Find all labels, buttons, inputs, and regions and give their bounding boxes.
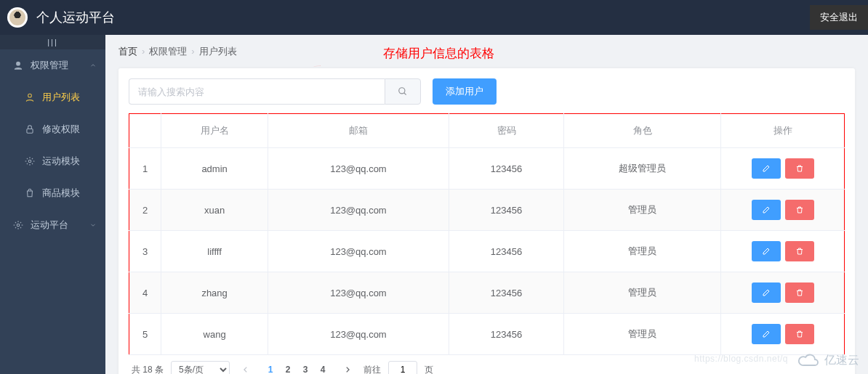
breadcrumb-item: 用户列表 [199, 46, 237, 57]
search-input[interactable] [129, 78, 385, 105]
chevron-left-icon [242, 366, 249, 373]
delete-button[interactable] [785, 158, 814, 179]
page-size-select[interactable]: 5条/页 [171, 361, 230, 374]
cell-role: 管理员 [564, 272, 721, 314]
svg-line-8 [404, 93, 406, 95]
cell-index: 2 [129, 190, 161, 231]
cell-role: 管理员 [564, 314, 721, 355]
pagination-next[interactable] [339, 361, 356, 374]
svg-rect-2 [27, 129, 33, 133]
svg-point-7 [399, 88, 405, 94]
user-solid-icon [13, 60, 23, 70]
table-row: 1admin123@qq.com123456超级管理员 [129, 148, 845, 190]
search-icon [398, 86, 408, 97]
breadcrumb: 首页›权限管理›用户列表 [118, 45, 855, 58]
chevron-down-icon [89, 221, 97, 229]
cell-email: 123@qq.com [268, 314, 449, 355]
cell-username: xuan [161, 190, 268, 231]
edit-button[interactable] [752, 324, 781, 344]
sidebar-item-label: 修改权限 [42, 123, 80, 136]
search-button[interactable] [385, 78, 421, 105]
sidebar-item-label: 商品模块 [42, 187, 80, 200]
cell-username: zhang [161, 272, 268, 314]
delete-button[interactable] [785, 200, 814, 220]
sidebar-item-1[interactable]: 运动平台 [0, 209, 105, 241]
sidebar-item-label: 权限管理 [31, 59, 68, 72]
table-header [129, 114, 161, 148]
pagination-jump-unit: 页 [425, 364, 433, 375]
gear-icon [13, 220, 23, 230]
edit-button[interactable] [752, 200, 781, 220]
edit-button[interactable] [752, 282, 781, 303]
app-title: 个人运动平台 [36, 9, 810, 26]
sidebar-subitem-0-3[interactable]: 商品模块 [0, 177, 105, 209]
delete-button[interactable] [785, 324, 814, 344]
content-card: 添加用户 用户名邮箱密码角色操作 1admin123@qq.com123456超… [118, 68, 855, 374]
edit-button[interactable] [752, 241, 781, 261]
cell-password: 123456 [449, 190, 564, 231]
user-table: 用户名邮箱密码角色操作 1admin123@qq.com123456超级管理员2… [129, 113, 845, 355]
pagination-page[interactable]: 3 [297, 361, 314, 374]
table-row: 3liffff123@qq.com123456管理员 [129, 231, 845, 272]
table-row: 2xuan123@qq.com123456管理员 [129, 190, 845, 231]
pagination-page[interactable]: 1 [262, 361, 279, 374]
logout-button[interactable]: 安全退出 [810, 5, 868, 30]
edit-icon [762, 288, 771, 297]
cell-index: 3 [129, 231, 161, 272]
cell-role: 管理员 [564, 231, 721, 272]
svg-point-1 [28, 94, 32, 97]
table-row: 4zhang123@qq.com123456管理员 [129, 272, 845, 314]
pagination-page[interactable]: 2 [279, 361, 297, 374]
sidebar: ||| 权限管理用户列表修改权限运动模块商品模块运动平台 [0, 35, 105, 374]
cell-email: 123@qq.com [268, 148, 449, 190]
trash-icon [795, 164, 804, 173]
cell-password: 123456 [449, 314, 564, 355]
chevron-up-icon [89, 62, 97, 69]
breadcrumb-item[interactable]: 权限管理 [149, 46, 187, 57]
cell-role: 超级管理员 [564, 148, 721, 190]
watermark-url: https://blog.csdn.net/q [694, 354, 788, 364]
add-user-button[interactable]: 添加用户 [433, 78, 497, 105]
cell-actions [721, 231, 845, 272]
toolbar: 添加用户 [129, 78, 845, 105]
table-header: 角色 [564, 114, 721, 148]
cell-index: 5 [129, 314, 161, 355]
cell-actions [721, 148, 845, 190]
trash-icon [795, 206, 804, 214]
cell-actions [721, 272, 845, 314]
svg-line-5 [313, 65, 320, 67]
sidebar-subitem-0-2[interactable]: 运动模块 [0, 145, 105, 177]
cell-email: 123@qq.com [268, 272, 449, 314]
pagination-jump-label: 前往 [363, 364, 381, 375]
trash-icon [795, 288, 804, 297]
table-row: 5wang123@qq.com123456管理员 [129, 314, 845, 355]
sidebar-item-label: 用户列表 [42, 91, 80, 104]
cell-email: 123@qq.com [268, 231, 449, 272]
pagination-total: 共 18 条 [132, 364, 164, 375]
sidebar-item-label: 运动模块 [42, 155, 80, 168]
trash-icon [795, 247, 804, 256]
cell-index: 4 [129, 272, 161, 314]
cell-password: 123456 [449, 272, 564, 314]
delete-button[interactable] [785, 282, 814, 303]
app-logo [7, 7, 28, 28]
cell-username: wang [161, 314, 268, 355]
edit-button[interactable] [752, 158, 781, 179]
sidebar-item-0[interactable]: 权限管理 [0, 49, 105, 81]
breadcrumb-item[interactable]: 首页 [118, 46, 137, 57]
sidebar-collapse-toggle[interactable]: ||| [0, 35, 105, 49]
gear-icon [25, 156, 35, 166]
lock-icon [25, 124, 35, 134]
delete-button[interactable] [785, 241, 814, 261]
sidebar-subitem-0-0[interactable]: 用户列表 [0, 81, 105, 113]
table-header: 密码 [449, 114, 564, 148]
pagination-prev[interactable] [237, 361, 254, 374]
cell-username: liffff [161, 231, 268, 272]
pagination-page[interactable]: 4 [314, 361, 331, 374]
sidebar-item-label: 运动平台 [31, 219, 68, 232]
cell-password: 123456 [449, 148, 564, 190]
svg-point-3 [28, 160, 31, 163]
pagination-jump-input[interactable] [388, 361, 417, 374]
cell-index: 1 [129, 148, 161, 190]
sidebar-subitem-0-1[interactable]: 修改权限 [0, 113, 105, 145]
